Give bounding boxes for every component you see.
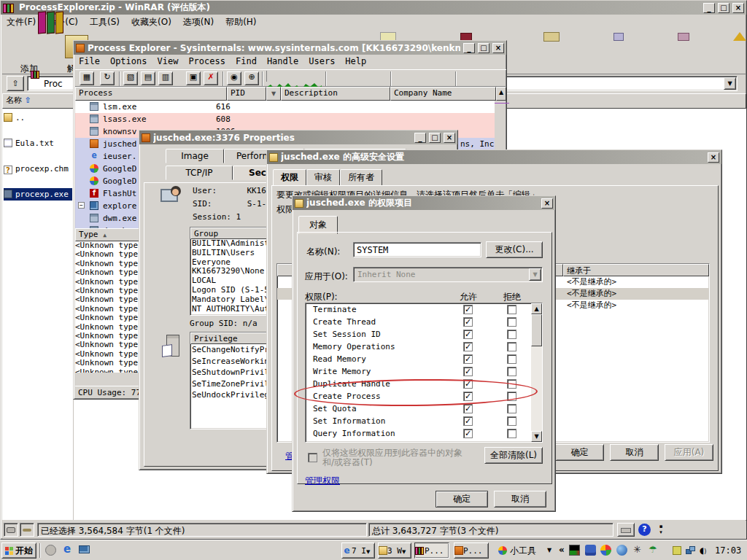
allow-checkbox[interactable]	[463, 354, 473, 364]
scroll-down-button[interactable]: ▼	[531, 431, 542, 442]
permentry-close-button[interactable]: ×	[541, 198, 553, 209]
procexp-maximize-button[interactable]: □	[478, 43, 489, 53]
permissions-listbox[interactable]: Terminate Create Thread Set Session ID M…	[305, 303, 543, 443]
name-column-header[interactable]: 名称 ⇧	[2, 93, 74, 109]
winrar-minimize-button[interactable]: _	[703, 3, 715, 13]
menu-options[interactable]: 选项(N)	[177, 15, 220, 30]
deny-checkbox[interactable]	[507, 429, 516, 438]
tab-permissions[interactable]: 权限	[273, 169, 306, 186]
permission-row[interactable]: Memory Operations	[306, 341, 542, 353]
col-description[interactable]: Description	[281, 87, 390, 101]
procexp-close-button[interactable]: ×	[492, 43, 504, 53]
procexp-titlebar[interactable]: Process Explorer - Sysinternals: www.sys…	[74, 41, 506, 55]
menu-file[interactable]: File	[74, 55, 105, 67]
deny-checkbox[interactable]	[507, 416, 516, 426]
allow-checkbox[interactable]	[463, 404, 473, 413]
properties-button[interactable]: ▣	[186, 71, 201, 85]
task-button-procexp[interactable]: P...	[454, 542, 489, 559]
permission-row[interactable]: Query Information	[306, 427, 542, 440]
scroll-thumb[interactable]	[531, 314, 542, 346]
procexp-minimize-button[interactable]: _	[463, 43, 475, 53]
add-archive-button[interactable]: 添加	[8, 32, 50, 74]
permission-row[interactable]: Set Session ID	[306, 328, 542, 341]
permission-row[interactable]: Create Thread	[306, 316, 542, 328]
permission-row[interactable]: Terminate	[306, 303, 542, 316]
tab-tcpip[interactable]: TCP/IP	[166, 166, 233, 180]
name-field[interactable]: SYSTEM	[353, 242, 481, 257]
allow-checkbox[interactable]	[463, 317, 473, 327]
task-button-ie-group[interactable]: 7 I▼	[341, 542, 375, 559]
menu-users[interactable]: Users	[303, 55, 340, 67]
manage-permissions-link[interactable]: 管理权限	[305, 475, 340, 487]
col-pid[interactable]: PID	[227, 87, 266, 101]
menu-file[interactable]: 文件(F)	[1, 15, 42, 30]
deny-checkbox[interactable]	[507, 330, 516, 339]
start-button[interactable]: 开始	[1, 542, 36, 559]
properties-close-button[interactable]: ×	[444, 133, 455, 143]
file-row-chm[interactable]: procexp.chm	[4, 163, 72, 175]
advanced-close-button[interactable]: ×	[708, 152, 719, 163]
menu-help[interactable]: Help	[340, 55, 371, 67]
properties-titlebar[interactable]: jusched.exe:3376 Properties _ □ ×	[139, 131, 457, 144]
inherited-from-header[interactable]: 继承于	[563, 264, 709, 276]
menu-favorites[interactable]: 收藏夹(O)	[125, 15, 177, 30]
find-handle-button[interactable]: ◉	[227, 71, 241, 85]
properties-minimize-button[interactable]: _	[414, 133, 426, 143]
allow-checkbox[interactable]	[463, 305, 473, 314]
tab-owner[interactable]: 所有者	[340, 169, 382, 186]
advanced-cancel-button[interactable]: 取消	[610, 444, 659, 461]
permission-row[interactable]: Write Memory	[306, 365, 542, 378]
deny-checkbox[interactable]	[507, 367, 516, 376]
tray-umbrella-icon[interactable]: ☂	[648, 545, 659, 556]
allow-checkbox[interactable]	[463, 429, 473, 438]
quicklaunch-opera-icon[interactable]	[45, 545, 56, 556]
file-row-updir[interactable]: ..	[4, 112, 72, 124]
task-button-winrar[interactable]: P...	[414, 542, 449, 559]
menu-help[interactable]: 帮助(H)	[220, 15, 262, 30]
scrollbar-up-button[interactable]: ▲	[496, 87, 506, 101]
permission-row[interactable]: Read Memory	[306, 353, 542, 365]
gadgets-expand-icon[interactable]: ▼	[547, 547, 551, 553]
deny-checkbox[interactable]	[507, 342, 516, 351]
scroll-up-button[interactable]: ▲	[531, 303, 542, 314]
col-sort[interactable]: ▼	[266, 87, 281, 101]
refresh-button[interactable]: ↻	[100, 71, 115, 85]
properties-maximize-button[interactable]: □	[429, 133, 441, 143]
tray-swirl-icon[interactable]	[600, 545, 611, 556]
deny-checkbox[interactable]	[507, 317, 516, 327]
handle-list[interactable]: <Unknown type<Unknown type<Unknown type<…	[75, 241, 146, 373]
tree-collapse-toggle[interactable]: −	[78, 202, 85, 209]
col-process[interactable]: Process	[75, 87, 227, 101]
col-type[interactable]: Type ▲	[75, 228, 146, 241]
change-button[interactable]: 更改(C)...	[486, 241, 543, 258]
permissions-scrollbar[interactable]: ▲ ▼	[531, 303, 542, 442]
file-row-exe-selected[interactable]: procexp.exe	[4, 188, 72, 201]
winrar-titlebar[interactable]: ProcessExplorer.zip - WinRAR (评估版本) _ □ …	[1, 1, 746, 15]
permentry-titlebar[interactable]: jusched.exe 的权限项目 ×	[293, 196, 555, 210]
deny-checkbox[interactable]	[507, 354, 516, 364]
allow-checkbox[interactable]	[463, 330, 473, 339]
menu-view[interactable]: View	[152, 55, 183, 67]
permission-row[interactable]: Set Information	[306, 415, 542, 427]
menu-find[interactable]: Find	[231, 55, 262, 67]
tab-image[interactable]: Image	[166, 149, 224, 163]
menu-tools[interactable]: 工具(S)	[84, 15, 125, 30]
help-button[interactable]: ?	[638, 524, 651, 536]
advanced-ok-button[interactable]: 确定	[555, 444, 604, 461]
show-process-tree-button[interactable]: ▤	[141, 71, 155, 85]
permentry-ok-button[interactable]: 确定	[436, 491, 488, 508]
allow-checkbox[interactable]	[463, 416, 473, 426]
tray-spider-icon[interactable]: ✳	[632, 545, 643, 556]
task-button-explorer-group[interactable]: 3 W▼	[378, 542, 411, 559]
process-row[interactable]: lsass.exe 608	[75, 113, 495, 125]
menu-handle[interactable]: Handle	[262, 55, 303, 67]
allow-checkbox[interactable]	[463, 342, 473, 351]
tab-auditing[interactable]: 审核	[306, 169, 340, 186]
advanced-titlebar[interactable]: jusched.exe 的高级安全设置 ×	[267, 150, 721, 164]
clear-all-button[interactable]: 全部清除(L)	[484, 447, 543, 464]
folder-up-button[interactable]: ⇧	[7, 76, 24, 91]
tray-cpu-graph-icon[interactable]	[569, 545, 580, 556]
tray-network-icon[interactable]	[686, 546, 695, 555]
winrar-maximize-button[interactable]: □	[718, 3, 729, 13]
keyboard-button[interactable]	[617, 523, 635, 537]
